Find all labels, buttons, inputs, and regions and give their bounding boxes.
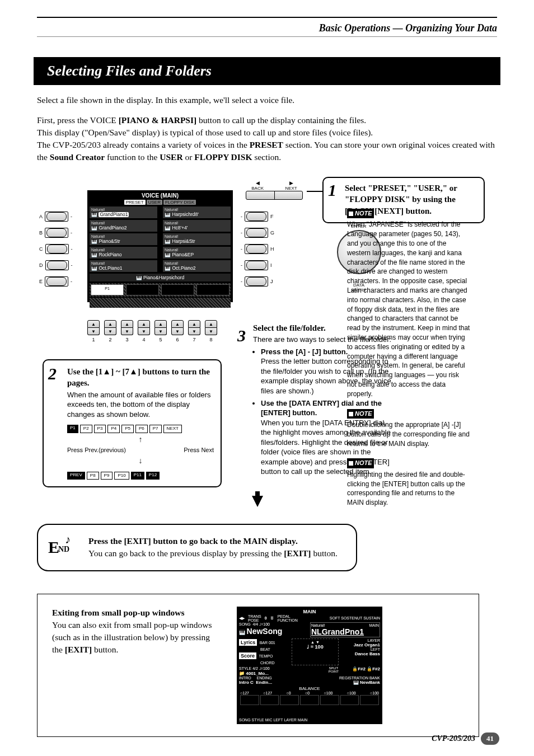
lcd-title: VOICE (MAIN) xyxy=(90,192,231,199)
number-button-1[interactable]: ▲▼1 xyxy=(87,320,100,342)
step-number-1: 1 xyxy=(328,179,336,202)
step-number-3: 3 xyxy=(237,325,246,348)
intro-p3: This display ("Open/Save" display) is ty… xyxy=(37,126,497,139)
number-button-2[interactable]: ▲▼2 xyxy=(104,320,116,342)
numbered-up-down-buttons: ▲▼1▲▼2▲▼3▲▼4▲▼5▲▼6▲▼7▲▼8 xyxy=(87,320,217,342)
number-button-7[interactable]: ▲▼7 xyxy=(188,320,200,342)
side-button-C[interactable]: C- xyxy=(39,244,73,254)
number-button-4[interactable]: ▲▼4 xyxy=(138,320,150,342)
note-label: NOTE xyxy=(347,409,374,419)
intro-p1: Select a file shown in the display. In t… xyxy=(37,94,497,106)
page-bar-2: PREVP8P9P10P11P12 xyxy=(67,472,214,480)
number-button-8[interactable]: ▲▼8 xyxy=(205,320,217,342)
header-underline xyxy=(37,36,497,37)
side-button-G[interactable]: -G xyxy=(241,228,274,238)
side-button-H[interactable]: -H xyxy=(241,244,274,254)
right-button-col: -F-G-H-I-J xyxy=(241,212,274,287)
note-2-text: Double-clicking the appropriate [A] -[J]… xyxy=(347,420,470,448)
lcd-tabs: PRESETUSERFLOPPY DISK xyxy=(90,200,231,205)
popup-heading: Exiting from small pop-up windows xyxy=(52,608,185,617)
note-label: NOTE xyxy=(347,209,374,218)
intro-p2b: [PIANO & HARPSI] xyxy=(119,115,197,125)
note-3-text: Highlighting the desired file and double… xyxy=(347,470,470,508)
end-callout: END♪ Press the [EXIT] button to go back … xyxy=(37,524,357,571)
side-button-D[interactable]: D- xyxy=(39,260,73,270)
side-button-A[interactable]: A- xyxy=(39,212,73,222)
down-arrow-icon xyxy=(252,496,263,507)
side-button-I[interactable]: -I xyxy=(241,260,274,270)
score-button: Score xyxy=(239,652,256,659)
popup-example-box: Exiting from small pop-up windows You ca… xyxy=(37,594,479,737)
intro-p2c: button to call up the display containing… xyxy=(196,115,366,125)
back-next-buttons: ◀▶ BACKNEXT xyxy=(241,180,308,200)
chapter-header: Basic Operations — Organizing Your Data xyxy=(37,22,497,34)
note-label: NOTE xyxy=(347,458,374,468)
step-2-callout: 2 Use the [1▲] ~ [7▲] buttons to turn th… xyxy=(43,359,222,487)
back-next-rocker[interactable] xyxy=(246,191,303,200)
page-bar-1: P1P2P3P4P5P6P7NEXT xyxy=(67,425,214,433)
main-display-screenshot: MAIN ◀▶TRANS POSE 0 🎚PEDAL FUNCTION SOFT… xyxy=(237,607,382,724)
page-number: 41 xyxy=(481,732,499,745)
section-title: Selecting Files and Folders xyxy=(34,57,500,85)
number-button-5[interactable]: ▲▼5 xyxy=(154,320,167,342)
note-sidebar: NOTE When "JAPANESE" is selected for the… xyxy=(347,209,470,518)
side-button-E[interactable]: E- xyxy=(39,276,73,287)
end-icon: END♪ xyxy=(48,533,77,556)
page-footer: CVP-205/203 41 xyxy=(432,732,499,745)
step-number-2: 2 xyxy=(48,363,57,386)
note-1-text: When "JAPANESE" is selected for the Lang… xyxy=(347,220,470,398)
side-button-F[interactable]: -F xyxy=(241,212,274,222)
number-button-6[interactable]: ▲▼6 xyxy=(171,320,184,342)
lcd-screen: VOICE (MAIN) PRESETUSERFLOPPY DISK Natur… xyxy=(87,190,233,302)
side-button-J[interactable]: -J xyxy=(241,276,274,287)
footer-model: CVP-205/203 xyxy=(432,734,475,743)
lcd-category: 🎹 Piano&Harpsichord xyxy=(90,274,231,281)
left-button-col: A-B-C-D-E- xyxy=(39,212,73,287)
top-divider xyxy=(37,17,497,18)
side-button-B[interactable]: B- xyxy=(39,228,73,238)
lcd-page-strip: P1 xyxy=(90,283,231,297)
intro-text: Select a file shown in the display. In t… xyxy=(37,94,497,163)
intro-p2a: First, press the VOICE xyxy=(37,115,119,125)
number-button-3[interactable]: ▲▼3 xyxy=(121,320,133,342)
lyrics-button: Lyrics xyxy=(239,639,257,646)
